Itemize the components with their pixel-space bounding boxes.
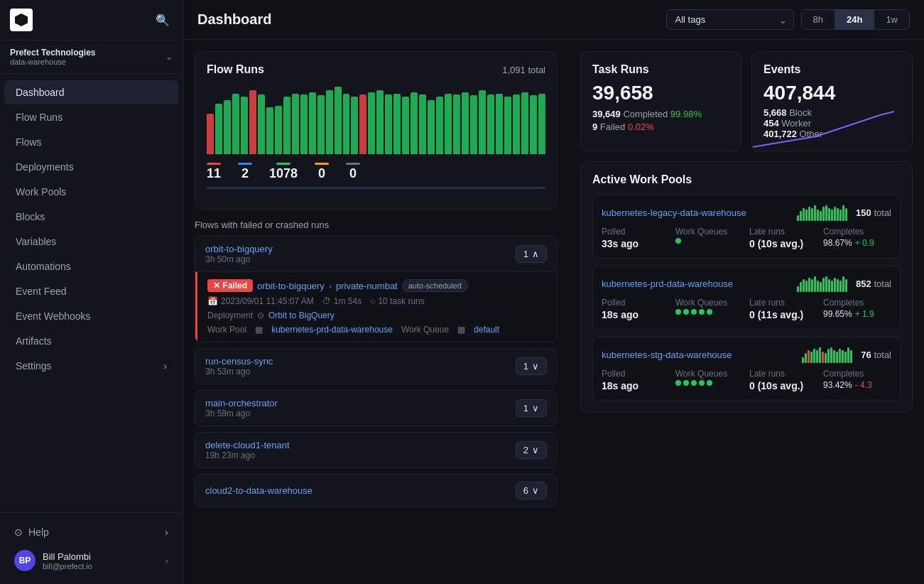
queue-dot — [691, 380, 697, 386]
time-btn-24h[interactable]: 24h — [835, 10, 874, 29]
flow-name-link[interactable]: delete-cloud1-tenant — [205, 440, 290, 450]
sidebar-item-event-feed[interactable]: Event Feed — [4, 279, 178, 303]
completes-delta: + 0.9 — [855, 238, 874, 248]
chart-bar — [521, 92, 528, 154]
sidebar-item-settings[interactable]: Settings › — [4, 354, 178, 378]
flow-name-link[interactable]: orbit-to-bigquery — [205, 244, 273, 254]
workspace-selector[interactable]: Prefect Technologies data-warehouse ⌄ — [0, 40, 183, 74]
page-title: Dashboard — [197, 11, 271, 28]
sidebar-item-dashboard[interactable]: Dashboard — [4, 80, 178, 104]
flow-count-button[interactable]: 6 ∨ — [516, 482, 547, 499]
sidebar-item-variables[interactable]: Variables — [4, 229, 178, 254]
logo-icon — [15, 13, 28, 26]
chart-bar — [368, 92, 375, 154]
queue-dot — [699, 380, 705, 386]
stat-pending-value: 0 — [318, 166, 325, 181]
wp-bar — [797, 215, 799, 221]
help-item[interactable]: ⊙ Help › — [4, 521, 178, 544]
chevron-down-icon: ∨ — [532, 403, 539, 413]
work-pool-name-link[interactable]: kubernetes-prd-data-warehouse — [602, 279, 733, 289]
work-pool-total: 852 total — [856, 279, 891, 289]
chevron-down-icon: ∨ — [532, 445, 539, 455]
queue-dot — [699, 309, 705, 315]
flow-list-item: run-census-sync 3h 53m ago 1 ∨ — [195, 348, 558, 384]
wp-bar — [800, 282, 802, 292]
flow-count-button[interactable]: 1 ∨ — [516, 357, 547, 375]
chart-bar — [300, 94, 308, 154]
sidebar-item-automations[interactable]: Automations — [4, 254, 178, 279]
flow-count-button[interactable]: 1 ∧ — [516, 245, 547, 263]
flow-runs-total: 1,091 total — [502, 65, 545, 75]
sidebar-item-work-pools[interactable]: Work Pools — [4, 180, 178, 204]
wp-bar — [817, 281, 819, 292]
work-pool-name-link[interactable]: kubernetes-stg-data-warehouse — [602, 350, 732, 360]
flow-item-header: orbit-to-bigquery 3h 50m ago 1 ∧ — [195, 237, 557, 271]
wp-bar — [845, 279, 847, 292]
sidebar-item-artifacts[interactable]: Artifacts — [4, 329, 178, 353]
failed-flows-label: Flows with failed or crashed runs — [195, 220, 558, 230]
failed-indicator — [207, 163, 221, 165]
queue-link[interactable]: default — [474, 325, 499, 335]
wp-bar — [811, 279, 813, 292]
workspace-name: Prefect Technologies — [10, 48, 95, 58]
work-pool-bars — [797, 204, 847, 221]
wp-bar — [805, 353, 807, 363]
wp-bar — [803, 208, 805, 221]
search-button[interactable]: 🔍 — [153, 11, 173, 30]
work-pool-header: kubernetes-legacy-data-warehouse 150 tot… — [602, 204, 891, 221]
wp-bar — [822, 278, 825, 292]
wp-bar — [814, 205, 816, 221]
wp-bar — [825, 276, 827, 292]
flow-run-link[interactable]: orbit-to-bigquery — [257, 281, 325, 291]
workspace-sub: data-warehouse — [10, 58, 95, 66]
polled-value: 18s ago — [602, 309, 670, 320]
flow-count-button[interactable]: 1 ∨ — [516, 399, 547, 417]
sidebar-item-event-webhooks[interactable]: Event Webhooks — [4, 304, 178, 328]
flow-count-button[interactable]: 2 ∨ — [516, 441, 547, 459]
meta-date: 📅 2023/09/01 11:45:07 AM — [207, 296, 314, 306]
workpool-link[interactable]: kubernetes-prd-data-warehouse — [271, 325, 393, 335]
polled-label: Polled — [602, 227, 670, 237]
task-runs-title: Task Runs — [592, 63, 729, 76]
flow-name-link[interactable]: main-orchestrator — [205, 398, 278, 409]
chart-bar — [207, 114, 214, 154]
wp-bar — [850, 350, 852, 363]
queue-dot — [707, 309, 712, 315]
tags-select[interactable]: All tags — [666, 9, 794, 30]
work-pool-total: 76 total — [861, 350, 891, 360]
sidebar-item-flows[interactable]: Flows — [4, 130, 178, 154]
calendar-icon: 📅 — [207, 296, 218, 306]
flow-name-link[interactable]: run-census-sync — [205, 356, 273, 367]
user-item[interactable]: BP Bill Palombi bill@prefect.io › — [4, 544, 178, 577]
completes-value: 93.42% - 4.3 — [823, 380, 891, 390]
chart-bar — [283, 97, 290, 154]
queue-dot — [675, 309, 681, 315]
work-queues-label: Work Queues — [675, 227, 744, 237]
polled-label: Polled — [602, 369, 670, 379]
chart-bar — [275, 106, 282, 154]
flow-item-header: delete-cloud1-tenant 19h 23m ago 2 ∨ — [195, 433, 557, 467]
wp-bar — [808, 207, 810, 221]
flow-name-link[interactable]: cloud2-to-data-warehouse — [205, 485, 312, 496]
sidebar-item-flow-runs[interactable]: Flow Runs — [4, 105, 178, 129]
time-btn-1w[interactable]: 1w — [874, 10, 909, 29]
sidebar-item-deployments[interactable]: Deployments — [4, 155, 178, 179]
flow-runs-chart — [207, 83, 545, 154]
sidebar-item-blocks[interactable]: Blocks — [4, 205, 178, 229]
deployment-icon: ⊙ — [257, 310, 264, 320]
deployment-link[interactable]: Orbit to BigQuery — [268, 310, 335, 320]
wp-bar — [822, 207, 825, 221]
clock-icon: ⏱ — [322, 296, 331, 306]
work-queues-dots — [675, 309, 744, 315]
work-pool-name-link[interactable]: kubernetes-legacy-data-warehouse — [602, 207, 746, 218]
run-name-link[interactable]: private-numbat — [336, 281, 398, 291]
time-period-selector: 8h 24h 1w — [801, 9, 911, 30]
nav-items: Dashboard Flow Runs Flows Deployments Wo… — [0, 74, 183, 512]
time-btn-8h[interactable]: 8h — [802, 10, 835, 29]
chart-bar — [359, 94, 366, 154]
wp-bar — [839, 210, 842, 221]
tags-select-wrapper: All tags — [666, 9, 794, 30]
wp-bar — [820, 211, 822, 221]
chevron-right-icon: › — [165, 526, 168, 538]
top-cards-row: Task Runs 39,658 39,649 Completed 99.98%… — [580, 51, 913, 151]
